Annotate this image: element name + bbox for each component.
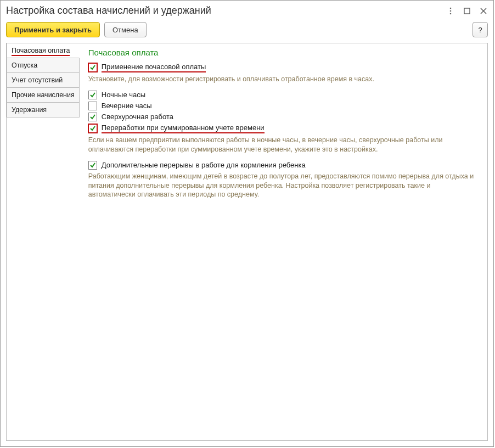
checkbox-icon	[88, 91, 97, 99]
menu-icon[interactable]	[446, 7, 455, 15]
svg-rect-3	[464, 8, 470, 14]
checkbox-label: Вечерние часы	[102, 102, 152, 110]
desc-use-hourly: Установите, для возможности регистрирова…	[88, 75, 479, 84]
section-title: Почасовая оплата	[88, 48, 479, 57]
sidebar-item-label: Почасовая оплата	[12, 47, 70, 56]
checkbox-nursing[interactable]: Дополнительные перерывы в работе для кор…	[88, 161, 479, 170]
sidebar-item-deductions[interactable]: Удержания	[7, 103, 80, 117]
checkbox-icon	[88, 63, 97, 72]
maximize-icon[interactable]	[463, 7, 471, 15]
cancel-button[interactable]: Отмена	[104, 22, 147, 37]
window-buttons	[446, 7, 488, 15]
titlebar: Настройка состава начислений и удержаний	[1, 1, 493, 20]
checkbox-label: Дополнительные перерывы в работе для кор…	[102, 161, 306, 169]
content-frame: Почасовая оплата Отпуска Учет отсутствий…	[6, 43, 488, 441]
checkbox-icon	[88, 124, 97, 133]
apply-close-button[interactable]: Применить и закрыть	[6, 22, 100, 37]
checkbox-icon	[88, 102, 97, 110]
close-icon[interactable]	[479, 7, 488, 15]
sidebar-item-label: Прочие начисления	[12, 91, 75, 99]
checkbox-overtime[interactable]: Сверхурочная работа	[88, 113, 479, 121]
svg-point-2	[450, 13, 452, 14]
sidebar-item-label: Учет отсутствий	[12, 76, 63, 84]
svg-point-1	[450, 10, 452, 12]
desc-hours: Если на вашем предприятии выполняются ра…	[88, 136, 479, 154]
sidebar-item-label: Отпуска	[12, 61, 37, 69]
window-title: Настройка состава начислений и удержаний	[6, 5, 446, 16]
main-pane: Почасовая оплата Применение почасовой оп…	[80, 43, 487, 440]
checkbox-summed[interactable]: Переработки при суммированном учете врем…	[88, 124, 479, 133]
window: Настройка состава начислений и удержаний…	[0, 0, 494, 447]
checkbox-label: Сверхурочная работа	[102, 113, 173, 121]
help-button[interactable]: ?	[473, 22, 488, 37]
toolbar: Применить и закрыть Отмена ?	[1, 20, 493, 43]
sidebar-item-label: Удержания	[12, 106, 47, 114]
checkbox-use-hourly[interactable]: Применение почасовой оплаты	[88, 63, 479, 72]
checkbox-evening[interactable]: Вечерние часы	[88, 102, 479, 110]
sidebar-item-other[interactable]: Прочие начисления	[7, 88, 80, 103]
sidebar-item-absences[interactable]: Учет отсутствий	[7, 73, 80, 88]
sidebar-item-vacations[interactable]: Отпуска	[7, 58, 80, 73]
desc-nursing: Работающим женщинам, имеющим детей в воз…	[88, 172, 479, 200]
checkbox-icon	[88, 113, 97, 121]
sidebar: Почасовая оплата Отпуска Учет отсутствий…	[7, 43, 80, 440]
sidebar-item-hourly[interactable]: Почасовая оплата	[7, 43, 80, 58]
checkbox-icon	[88, 161, 97, 170]
checkbox-night[interactable]: Ночные часы	[88, 91, 479, 99]
checkbox-label: Переработки при суммированном учете врем…	[102, 124, 265, 133]
body: Почасовая оплата Отпуска Учет отсутствий…	[1, 43, 493, 446]
checkbox-label: Ночные часы	[102, 91, 145, 99]
checkbox-label: Применение почасовой оплаты	[102, 63, 206, 72]
svg-point-0	[450, 7, 452, 9]
